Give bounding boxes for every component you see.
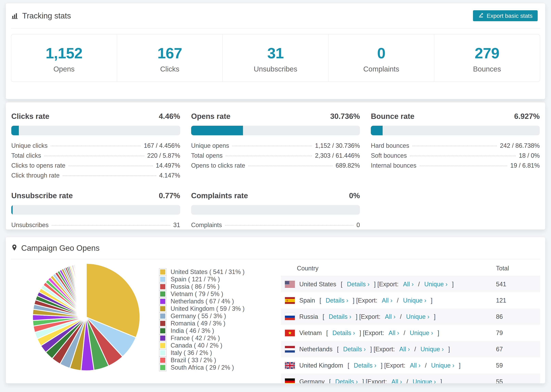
- country-cell: Spain [Details ›] [Export: All › / Uniqu…: [281, 292, 496, 308]
- metric-label: Unique opens: [191, 142, 229, 149]
- export-unique-link[interactable]: Unique ›: [413, 378, 436, 384]
- rate-head: Bounce rate6.927%: [371, 112, 540, 121]
- country-name: Germany: [299, 378, 325, 384]
- export-all-link[interactable]: All ›: [389, 329, 399, 336]
- country-flag-icon: [285, 313, 295, 321]
- bracket-text: [: [337, 346, 339, 353]
- column-header-total: Total: [496, 261, 540, 276]
- total-value: 79: [496, 325, 540, 341]
- progress-fill: [11, 205, 13, 215]
- country-cell-inner: Germany [Details ›] [Export: All › / Uni…: [285, 378, 496, 384]
- metric-value: 1,152 / 30.736%: [315, 142, 360, 149]
- legend-item: South Africa ( 29 / 2% ): [159, 364, 245, 371]
- export-all-link[interactable]: All ›: [399, 346, 410, 353]
- legend-item: United Kingdom ( 59 / 3% ): [159, 305, 245, 312]
- campaign-geo-opens-card: Campaign Geo Opens United States ( 541 /…: [6, 237, 545, 384]
- details-link[interactable]: Details ›: [347, 281, 369, 288]
- rate-head: Complaints rate0%: [191, 191, 360, 200]
- slash-text: /: [397, 297, 399, 304]
- legend-item: Germany ( 55 / 3% ): [159, 312, 245, 320]
- export-unique-link[interactable]: Unique ›: [410, 329, 433, 336]
- rate-section: Clicks rate4.46%Unique clicks167 / 4.456…: [11, 112, 180, 182]
- legend-label: Canada ( 40 / 2% ): [171, 342, 222, 349]
- rate-value: 6.927%: [514, 112, 540, 121]
- rate-title: Clicks rate: [11, 112, 49, 121]
- legend-label: United States ( 541 / 31% ): [171, 268, 245, 275]
- metric-row: Internal bounces19 / 6.81%: [371, 162, 540, 172]
- export-basic-stats-button[interactable]: Export basic stats: [473, 10, 538, 21]
- legend-swatch: [159, 320, 167, 327]
- metric-row: Unique clicks167 / 4.456%: [11, 142, 180, 152]
- summary-stat-opens: 1,152 Opens: [11, 34, 117, 82]
- metric-label: Total clicks: [11, 152, 41, 159]
- country-flag-icon: [285, 362, 295, 369]
- stat-value: 167: [157, 44, 182, 62]
- metric-value: 4.147%: [159, 172, 180, 179]
- details-link[interactable]: Details ›: [343, 346, 366, 353]
- rate-section: Bounce rate6.927%Hard bounces242 / 86.73…: [371, 112, 540, 182]
- export-all-link[interactable]: All ›: [385, 313, 396, 320]
- rate-title: Unsubscribe rate: [11, 191, 73, 200]
- export-unique-link[interactable]: Unique ›: [431, 362, 454, 369]
- export-label-text: ] [Export:: [370, 346, 395, 353]
- geo-pie-chart: [31, 262, 141, 372]
- total-value: 55: [496, 373, 540, 384]
- metric-label: Complaints: [191, 222, 222, 229]
- export-unique-link[interactable]: Unique ›: [406, 313, 429, 320]
- export-unique-link[interactable]: Unique ›: [420, 346, 444, 353]
- metric-label: Opens to clicks rate: [191, 162, 245, 169]
- metric-value: 2,303 / 61.446%: [315, 152, 360, 159]
- legend-item: Brazil ( 33 / 2% ): [159, 357, 245, 364]
- stat-value: 0: [377, 44, 385, 62]
- metric-leader: [248, 166, 332, 166]
- details-link[interactable]: Details ›: [354, 362, 376, 369]
- geo-table: Country Total United States [Details ›] …: [281, 261, 540, 384]
- legend-item: France ( 42 / 2% ): [159, 334, 245, 342]
- export-all-link[interactable]: All ›: [410, 362, 420, 369]
- details-link[interactable]: Details ›: [326, 297, 348, 304]
- metric-row: Total opens2,303 / 61.446%: [191, 152, 360, 162]
- table-row: United Kingdom [Details ›] [Export: All …: [281, 357, 540, 373]
- bracket-text: [: [341, 281, 342, 288]
- progress-fill: [371, 126, 382, 135]
- export-unique-link[interactable]: Unique ›: [403, 297, 426, 304]
- rate-title: Opens rate: [191, 112, 231, 121]
- details-link[interactable]: Details ›: [329, 313, 351, 320]
- bracket-text: ]: [459, 362, 460, 369]
- legend-label: France ( 42 / 2% ): [171, 335, 220, 342]
- slash-text: /: [425, 362, 427, 369]
- page-title-wrap: Tracking stats: [11, 11, 71, 20]
- country-cell-inner: Russia [Details ›] [Export: All › / Uniq…: [285, 313, 496, 321]
- stat-label: Bounces: [473, 65, 501, 73]
- export-label-text: ] [Export:: [353, 297, 377, 304]
- export-all-link[interactable]: All ›: [391, 378, 402, 384]
- legend-label: India ( 46 / 3% ): [171, 327, 214, 334]
- progress-fill: [191, 126, 243, 135]
- legend-item: Vietnam ( 79 / 5% ): [159, 290, 245, 298]
- legend-item: United States ( 541 / 31% ): [159, 268, 245, 275]
- country-name: United Kingdom: [299, 362, 343, 369]
- bracket-text: ]: [448, 346, 450, 353]
- country-flag-icon: [285, 345, 295, 353]
- metric-leader: [63, 175, 156, 176]
- metric-leader: [410, 156, 516, 156]
- export-unique-link[interactable]: Unique ›: [424, 281, 447, 288]
- legend-swatch: [159, 364, 167, 371]
- export-label-text: ] [Export:: [381, 362, 405, 369]
- details-link[interactable]: Details ›: [335, 378, 358, 384]
- geo-header: Campaign Geo Opens: [6, 237, 545, 259]
- rate-value: 4.46%: [159, 112, 180, 121]
- legend-swatch: [159, 283, 167, 290]
- progress-fill: [11, 126, 19, 135]
- country-name: Spain: [299, 297, 315, 304]
- progress-bar: [11, 126, 180, 135]
- details-link[interactable]: Details ›: [332, 329, 355, 336]
- legend-swatch: [159, 305, 167, 313]
- export-all-link[interactable]: All ›: [382, 297, 392, 304]
- export-all-link[interactable]: All ›: [403, 281, 414, 288]
- legend-swatch: [159, 334, 167, 342]
- legend-swatch: [159, 268, 167, 276]
- slash-text: /: [414, 346, 416, 353]
- country-flag-icon: [285, 280, 295, 288]
- pie-slice[interactable]: [86, 263, 86, 317]
